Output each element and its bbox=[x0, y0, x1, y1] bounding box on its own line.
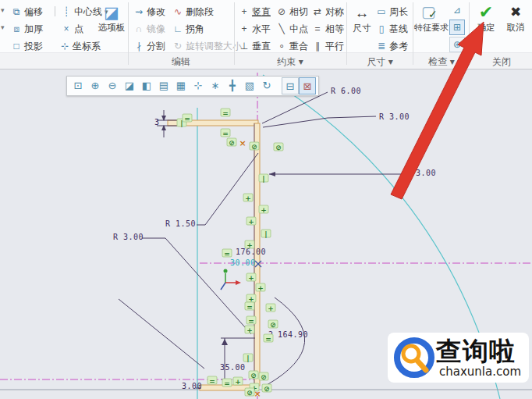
offset-button[interactable]: ⧉ 偏移 bbox=[11, 4, 43, 20]
cancel-button[interactable]: ✖ 取消 bbox=[502, 2, 530, 33]
zoom-out-button[interactable]: ⊖ bbox=[104, 77, 121, 94]
perpendicular-constraint-label: 垂直 bbox=[252, 40, 271, 53]
view-manager-button[interactable]: ▦ bbox=[172, 77, 190, 94]
perimeter-icon: ▭ bbox=[376, 6, 387, 17]
constraint-vertical-button[interactable]: + 竖直 bbox=[239, 4, 271, 20]
divider bbox=[234, 2, 235, 65]
highlight-open-ends-button[interactable]: ⊞ bbox=[449, 20, 465, 35]
delete-segment-label: 删除段 bbox=[186, 5, 214, 19]
corner-button[interactable]: ∟ 拐角 bbox=[172, 21, 204, 37]
tangent-constraint-label: 相切 bbox=[289, 5, 308, 19]
point-label: 点 bbox=[74, 23, 83, 36]
parallel-constraint-icon: ∥ bbox=[312, 41, 323, 52]
corner-icon: ∟ bbox=[172, 23, 183, 34]
mirror-icon: ∩ bbox=[133, 23, 144, 34]
equal-constraint-label: 相等 bbox=[325, 23, 344, 36]
offset-label: 偏移 bbox=[24, 5, 43, 19]
close-group-label: 关闭 bbox=[492, 55, 511, 69]
symmetric-constraint-label: 对称 bbox=[325, 5, 344, 19]
point-button[interactable]: × 点 bbox=[61, 21, 83, 37]
delete-segment-button[interactable]: ∿ 删除段 bbox=[172, 4, 214, 20]
mirror-button: ∩ 镜像 bbox=[133, 21, 165, 37]
reference-icon: ≣ bbox=[376, 41, 387, 52]
modify-label: 修改 bbox=[147, 5, 165, 19]
mirror-label: 镜像 bbox=[147, 23, 165, 36]
coordinate-system-button[interactable]: ⊹ 坐标系 bbox=[59, 38, 101, 54]
perpendicular-constraint-icon: ⊥ bbox=[239, 41, 250, 52]
edit-group-label: 编辑 bbox=[172, 55, 190, 69]
sketch-display-toggle[interactable]: ⊟ bbox=[282, 77, 299, 94]
centerline-icon: ┊ bbox=[61, 6, 72, 17]
parallel-constraint-label: 平行 bbox=[325, 40, 344, 53]
baseline-button[interactable]: ▯ 基线 bbox=[376, 21, 408, 37]
palette-icon: ◪ bbox=[97, 2, 126, 23]
sketch-orientation-button[interactable]: ↻ bbox=[258, 77, 275, 94]
ok-button[interactable]: ✔ 确定 bbox=[472, 2, 500, 33]
dimension-group-label[interactable]: 尺寸 ▾ bbox=[367, 55, 392, 69]
equal-constraint-icon: = bbox=[312, 23, 323, 34]
chaxunla-logo-icon bbox=[389, 333, 439, 383]
point-icon: × bbox=[61, 23, 72, 34]
divide-button[interactable]: ∤ 分割 bbox=[133, 38, 165, 54]
repaint-button[interactable]: ◪ bbox=[121, 77, 138, 94]
zoom-fit-button[interactable]: ⊡ bbox=[69, 77, 87, 94]
zoom-in-button[interactable]: ⊕ bbox=[87, 77, 104, 94]
constraint-horizontal-button[interactable]: + 水平 bbox=[239, 21, 271, 37]
watermark-domain: chaxunla.com bbox=[439, 365, 521, 379]
divide-label: 分割 bbox=[147, 40, 165, 53]
palette-label: 选项板 bbox=[97, 23, 126, 33]
divide-icon: ∤ bbox=[133, 41, 144, 52]
constraint-midpoint-button[interactable]: ╲ 中点 bbox=[276, 21, 308, 37]
divider bbox=[346, 2, 347, 65]
thicken-button[interactable]: ⧈ 加厚 bbox=[11, 21, 43, 37]
modify-button[interactable]: ⇝ 修改 bbox=[133, 4, 165, 20]
rotate-resize-button: ↻ 旋转调整大小 bbox=[172, 38, 242, 54]
display-style-button[interactable]: ◧ bbox=[138, 77, 155, 94]
delete-segment-icon: ∿ bbox=[172, 6, 183, 17]
constraint-tangent-button[interactable]: ⊘ 相切 bbox=[276, 4, 308, 20]
shade-closed-loops-icon: ⊿ bbox=[453, 5, 461, 16]
divider bbox=[469, 2, 470, 65]
reference-label: 参考 bbox=[389, 40, 408, 53]
dimension-icon: ↔ bbox=[349, 3, 375, 23]
modify-icon: ⇝ bbox=[133, 6, 144, 17]
overlapping-geometry-button[interactable]: ⊛ bbox=[449, 37, 465, 52]
check-icon: ✓ bbox=[428, 8, 438, 20]
constraint-equal-button[interactable]: = 相等 bbox=[312, 21, 344, 37]
perimeter-label: 周长 bbox=[389, 5, 408, 19]
perimeter-button[interactable]: ▭ 周长 bbox=[376, 4, 408, 20]
ok-label: 确定 bbox=[472, 23, 500, 33]
shade-closed-loops-toggle[interactable]: ⊠ bbox=[299, 77, 316, 94]
perspective-button[interactable]: ▧ bbox=[241, 77, 258, 94]
datum-display-button[interactable]: ⊹ bbox=[190, 77, 207, 94]
palette-button[interactable]: ◪ 选项板 bbox=[97, 2, 126, 33]
constraint-perpendicular-button[interactable]: ⊥ 垂直 bbox=[239, 38, 271, 54]
spin-center-button[interactable]: ╋ bbox=[224, 77, 241, 94]
overflow-caret-icon[interactable]: ▾ bbox=[1, 6, 5, 14]
constraint-parallel-button[interactable]: ∥ 平行 bbox=[312, 38, 344, 54]
divider bbox=[55, 6, 55, 16]
horizontal-constraint-icon: + bbox=[239, 23, 250, 34]
watermark: 查询啦 chaxunla.com bbox=[388, 333, 529, 383]
baseline-label: 基线 bbox=[389, 23, 408, 36]
shade-closed-loops-button[interactable]: ⊿ bbox=[449, 2, 465, 18]
cancel-x-icon: ✖ bbox=[502, 2, 530, 23]
annotation-display-button[interactable]: ∗ bbox=[207, 77, 224, 94]
overflow-caret-icon[interactable]: ▾ bbox=[1, 23, 5, 31]
symmetric-constraint-icon: ⇄ bbox=[312, 6, 323, 17]
project-button[interactable]: □ 投影 bbox=[11, 38, 43, 54]
constraint-symmetric-button[interactable]: ⇄ 对称 bbox=[312, 4, 344, 20]
constraint-coincident-button[interactable]: ∘ 重合 bbox=[276, 38, 308, 54]
divider bbox=[128, 2, 129, 65]
saved-views-button[interactable]: ▤ bbox=[155, 77, 172, 94]
highlight-open-ends-icon: ⊞ bbox=[453, 22, 461, 33]
project-icon: □ bbox=[11, 41, 22, 52]
dimension-button[interactable]: ↔ 尺寸 bbox=[349, 3, 375, 34]
graphics-toolbar: ⊡⊕⊖◪◧▤▦⊹∗╋▧↻⊟⊠ bbox=[66, 76, 319, 96]
feature-requirements-button[interactable]: ▢ ✓ 特征要求 bbox=[414, 2, 449, 33]
reference-button[interactable]: ≣ 参考 bbox=[376, 38, 408, 54]
ribbon: ▾ ▾ ⧉ 偏移 ┊ 中心线 ▾ ⧈ 加厚 × 点 □ 投影 ⊹ 坐标系 ◪ bbox=[0, 0, 532, 69]
constrain-group-label[interactable]: 约束 ▾ bbox=[277, 55, 303, 69]
feature-requirements-label: 特征要求 bbox=[414, 23, 449, 33]
inspect-group-label[interactable]: 检查 ▾ bbox=[428, 55, 454, 69]
